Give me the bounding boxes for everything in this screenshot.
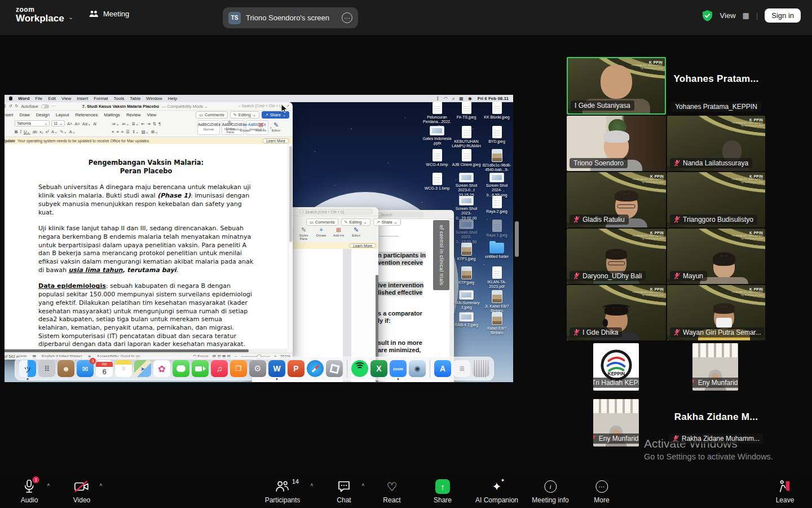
dock-mail-icon[interactable]: ✉3 <box>77 360 94 377</box>
video-chevron[interactable]: ˄ <box>99 482 102 488</box>
menu-item-file[interactable]: File <box>35 96 42 101</box>
desktop-file-icon[interactable]: BYD.jpeg <box>482 126 511 144</box>
shrink-font-icon[interactable]: A˅ <box>74 121 80 126</box>
desktop-file-icon[interactable]: Peluncuran Perdana...2022.pdf <box>422 102 452 129</box>
w2-share-button[interactable]: ↗Share⌄ <box>373 218 401 226</box>
w2-button-styles-pane[interactable]: ✎Styles Pane <box>297 226 311 241</box>
ribbon-tab-layout[interactable]: Layout <box>56 112 69 117</box>
autosave-toggle[interactable] <box>41 104 49 108</box>
outdent-icon[interactable]: ⇤ <box>141 121 144 126</box>
video-button[interactable]: Video <box>73 479 90 504</box>
meeting-info-button[interactable]: i Meeting info <box>532 479 568 504</box>
grow-font-icon[interactable]: A˄ <box>67 121 72 126</box>
ribbon-tab-mailings[interactable]: Mailings <box>104 112 120 117</box>
participants-button[interactable]: 14 Participants <box>265 479 301 504</box>
desktop-file-icon[interactable]: RAB-4 2.jpeg <box>452 312 481 327</box>
participant-tile[interactable]: K◦PPINPELATIHAN ESL-GERP digITEPPTgl. 04… <box>567 285 666 340</box>
dock-maps-icon[interactable]: ➤ <box>134 360 151 377</box>
more-button[interactable]: ⋯ More <box>594 479 609 504</box>
button-styles-pane[interactable]: ✎Styles Pane <box>223 120 237 134</box>
participant-tile[interactable]: K◦PPINPELATIHAN ESL-GERP digITEPPTgl. 04… <box>567 229 666 284</box>
tab-meeting[interactable]: Meeting <box>89 10 129 18</box>
menu-item-help[interactable]: Help <box>168 96 177 101</box>
pill-options-icon[interactable]: ⋯ <box>342 12 352 23</box>
button-dictate[interactable]: ⌖Dictate <box>239 121 253 132</box>
superscript-icon[interactable]: x² <box>46 129 49 134</box>
font-color-icon[interactable]: A⌄ <box>51 129 58 134</box>
button-add-ins[interactable]: ⊞Add-ins <box>254 121 268 132</box>
borders-icon[interactable]: ⊞⌄ <box>151 129 158 134</box>
view-layout-icon[interactable]: ▦ <box>743 11 749 20</box>
bluetooth-icon[interactable]: ᛒ <box>436 96 439 102</box>
dock-settings-icon[interactable]: ⚙ <box>249 360 266 377</box>
highlight-icon[interactable]: ✎⌄ <box>60 129 67 134</box>
dock-powerpoint-icon[interactable]: P <box>288 360 304 377</box>
titlebar-more-icon[interactable]: ⋯ <box>52 104 56 108</box>
pilcrow-icon[interactable]: ¶ <box>158 121 161 126</box>
participant-tile[interactable]: Rakha Zidane M...Rakha Zidane Muhamm... <box>667 399 765 446</box>
sort-icon[interactable]: ⇅ <box>153 121 156 126</box>
subscript-icon[interactable]: x₂ <box>39 129 43 134</box>
bullets-icon[interactable]: ≔⌄ <box>112 121 120 126</box>
security-shield-icon[interactable] <box>701 10 713 22</box>
user-icon[interactable]: ◉ <box>468 96 472 102</box>
w2-search-input[interactable]: ⌕Search (Cmd + Ctrl + U) <box>299 209 373 214</box>
input-source-icon[interactable]: ▦ <box>459 96 464 102</box>
dock-document-icon[interactable]: ≣ <box>453 360 470 377</box>
apple-icon[interactable] <box>9 97 12 100</box>
react-button[interactable]: ♡ React <box>383 479 400 504</box>
desktop-file-icon[interactable]: Fir-TS.jpeg <box>452 102 481 120</box>
menu-item-tools[interactable]: Tools <box>114 96 125 101</box>
change-case-icon[interactable]: Aa⌄ <box>82 121 91 126</box>
w2-editing-button[interactable]: ✎Editing⌄ <box>341 218 370 226</box>
learn-more-button[interactable]: Learn More <box>262 138 289 143</box>
participant-tile[interactable]: K◦PPINPELATIHAN ESL-GERP digITEPPTgl. 04… <box>567 172 666 227</box>
dock-launchpad-icon[interactable]: ⠿ <box>38 360 55 377</box>
spotlight-icon[interactable]: ⌕ <box>452 96 454 102</box>
dock-trash-icon[interactable] <box>473 360 489 377</box>
dock-facetime-icon[interactable] <box>192 360 209 377</box>
audio-chevron[interactable]: ˄ <box>47 482 50 488</box>
save-icon[interactable]: ▥ <box>5 104 6 108</box>
dock-finder-icon[interactable]: ツ <box>19 360 36 377</box>
dock-books-icon[interactable]: ❐ <box>230 360 247 377</box>
clear-format-icon[interactable]: A̸ <box>93 121 96 126</box>
button-editor[interactable]: ✎Editor <box>269 121 283 132</box>
desktop-file-icon[interactable]: Screen Shot 2023-0...23.02.00 <box>452 196 481 221</box>
share-screen-button[interactable]: ↑ Share <box>434 479 452 504</box>
w2-learn-more-button[interactable]: Learn More <box>349 243 376 248</box>
italic-icon[interactable]: I <box>20 129 21 134</box>
shared-screen-scrollbar[interactable] <box>515 221 519 257</box>
w2-button-dictate[interactable]: ⌖Dictate <box>314 226 328 237</box>
underline-icon[interactable]: U⌄ <box>24 129 30 134</box>
align-left-icon[interactable]: ≡ <box>112 129 114 134</box>
shading-icon[interactable]: ▨⌄ <box>141 129 148 134</box>
dock-spotify-icon[interactable] <box>351 360 368 377</box>
ribbon-tab-draw[interactable]: Draw <box>20 112 30 117</box>
dock-safari-icon[interactable] <box>307 360 324 377</box>
desktop-file-icon[interactable]: Raya 2.jpeg <box>482 196 511 214</box>
participant-tile[interactable]: Triono Soendoro <box>567 116 666 171</box>
w2-button-editor[interactable]: ✎Editor <box>349 226 363 237</box>
wifi-icon[interactable]: ◠ <box>444 96 448 102</box>
ribbon-tab-design[interactable]: Design <box>36 112 50 117</box>
dock-contacts-icon[interactable]: ☻ <box>58 360 74 377</box>
participant-tile[interactable]: K◦PPINPELATIHAN ESL-GERP digITEPPTgl. 04… <box>667 285 765 340</box>
bold-icon[interactable]: B <box>15 129 17 134</box>
dock-excel-icon[interactable]: X <box>370 360 387 377</box>
comments-button[interactable]: ▭Comments <box>196 111 228 119</box>
dock-music-icon[interactable]: ♫ <box>211 360 228 377</box>
participants-chevron[interactable]: ˄ <box>310 482 313 488</box>
dock-appstore-icon[interactable]: A <box>434 360 451 377</box>
participant-tile[interactable]: Eny Munfarida <box>593 399 639 446</box>
undo-icon[interactable]: ↺ <box>9 104 12 108</box>
participant-tile[interactable]: K◦PPINPELATIHAN ESL-GERP digITEPPTgl. 04… <box>667 229 765 284</box>
dock-photobooth-icon[interactable]: ◉ <box>409 360 426 377</box>
chat-chevron[interactable]: ˄ <box>361 482 364 488</box>
sign-in-button[interactable]: Sign in <box>765 8 801 23</box>
dock-notes-icon[interactable]: ≡ <box>115 360 132 377</box>
view-button[interactable]: View <box>720 11 736 20</box>
desktop-file-icon[interactable]: WCG-3 1.bmp <box>422 173 452 191</box>
menu-item-view[interactable]: View <box>61 96 71 101</box>
participant-tile[interactable]: K◦PPINPELATIHAN ESL-GERP digITEPPTgl. 04… <box>667 116 765 171</box>
